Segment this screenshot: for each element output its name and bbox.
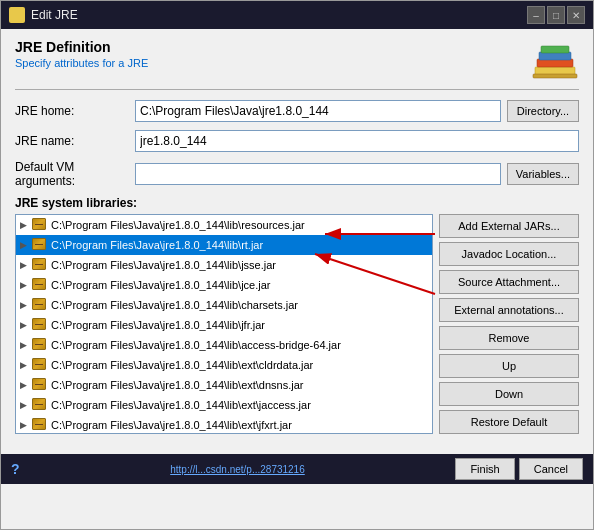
jre-home-row: JRE home: Directory...	[15, 100, 579, 122]
expand-icon: ▶	[20, 280, 32, 290]
expand-icon: ▶	[20, 380, 32, 390]
list-item[interactable]: ▶ C:\Program Files\Java\jre1.8.0_144\lib…	[16, 375, 432, 395]
variables-button[interactable]: Variables...	[507, 163, 579, 185]
lib-path: C:\Program Files\Java\jre1.8.0_144\lib\j…	[51, 259, 276, 271]
help-icon[interactable]: ?	[11, 461, 20, 477]
jre-name-row: JRE name:	[15, 130, 579, 152]
minimize-button[interactable]: –	[527, 6, 545, 24]
expand-icon: ▶	[20, 300, 32, 310]
directory-button[interactable]: Directory...	[507, 100, 579, 122]
jar-icon	[32, 418, 48, 432]
vm-args-input[interactable]	[135, 163, 501, 185]
cancel-button[interactable]: Cancel	[519, 458, 583, 480]
restore-default-button[interactable]: Restore Default	[439, 410, 579, 434]
lib-path: C:\Program Files\Java\jre1.8.0_144\lib\a…	[51, 339, 341, 351]
svg-rect-3	[541, 46, 569, 53]
add-external-jars--button[interactable]: Add External JARs...	[439, 214, 579, 238]
dialog-subtitle: Specify attributes for a JRE	[15, 57, 148, 69]
jre-name-label: JRE name:	[15, 134, 135, 148]
window-title: Edit JRE	[31, 8, 78, 22]
expand-icon: ▶	[20, 320, 32, 330]
libraries-section: ▶ C:\Program Files\Java\jre1.8.0_144\lib…	[15, 214, 579, 434]
javadoc-location--button[interactable]: Javadoc Location...	[439, 242, 579, 266]
list-item[interactable]: ▶ C:\Program Files\Java\jre1.8.0_144\lib…	[16, 315, 432, 335]
edit-jre-dialog: Edit JRE – □ ✕ JRE Definition Specify at…	[0, 0, 594, 530]
title-bar-left: Edit JRE	[9, 7, 78, 23]
jre-name-input[interactable]	[135, 130, 579, 152]
header-section: JRE Definition Specify attributes for a …	[15, 39, 579, 79]
header-divider	[15, 89, 579, 90]
lib-path: C:\Program Files\Java\jre1.8.0_144\lib\e…	[51, 399, 311, 411]
down-button[interactable]: Down	[439, 382, 579, 406]
list-item[interactable]: ▶ C:\Program Files\Java\jre1.8.0_144\lib…	[16, 335, 432, 355]
libraries-list[interactable]: ▶ C:\Program Files\Java\jre1.8.0_144\lib…	[15, 214, 433, 434]
expand-icon: ▶	[20, 400, 32, 410]
lib-path: C:\Program Files\Java\jre1.8.0_144\lib\j…	[51, 279, 270, 291]
lib-path: C:\Program Files\Java\jre1.8.0_144\lib\e…	[51, 359, 313, 371]
jar-icon	[32, 218, 48, 232]
expand-icon: ▶	[20, 360, 32, 370]
lib-path: C:\Program Files\Java\jre1.8.0_144\lib\j…	[51, 319, 265, 331]
dialog-content: JRE Definition Specify attributes for a …	[1, 29, 593, 444]
source-attachment--button[interactable]: Source Attachment...	[439, 270, 579, 294]
finish-button[interactable]: Finish	[455, 458, 514, 480]
jar-icon	[32, 238, 48, 252]
libraries-label: JRE system libraries:	[15, 196, 579, 210]
header-text: JRE Definition Specify attributes for a …	[15, 39, 148, 69]
remove-button[interactable]: Remove	[439, 326, 579, 350]
bottom-link[interactable]: http://l...csdn.net/p...28731216	[170, 464, 305, 475]
jar-icon	[32, 298, 48, 312]
list-item[interactable]: ▶ C:\Program Files\Java\jre1.8.0_144\lib…	[16, 215, 432, 235]
expand-icon: ▶	[20, 260, 32, 270]
list-item[interactable]: ▶ C:\Program Files\Java\jre1.8.0_144\lib…	[16, 295, 432, 315]
title-bar: Edit JRE – □ ✕	[1, 1, 593, 29]
list-item[interactable]: ▶ C:\Program Files\Java\jre1.8.0_144\lib…	[16, 255, 432, 275]
dialog-title: JRE Definition	[15, 39, 148, 55]
lib-path: C:\Program Files\Java\jre1.8.0_144\lib\r…	[51, 239, 263, 251]
side-buttons: Add External JARs...Javadoc Location...S…	[439, 214, 579, 434]
bottom-buttons: Finish Cancel	[455, 458, 583, 480]
list-item[interactable]: ▶ C:\Program Files\Java\jre1.8.0_144\lib…	[16, 415, 432, 434]
title-buttons: – □ ✕	[527, 6, 585, 24]
lib-path: C:\Program Files\Java\jre1.8.0_144\lib\e…	[51, 379, 304, 391]
external-annotations--button[interactable]: External annotations...	[439, 298, 579, 322]
list-item[interactable]: ▶ C:\Program Files\Java\jre1.8.0_144\lib…	[16, 235, 432, 255]
expand-icon: ▶	[20, 240, 32, 250]
jar-icon	[32, 338, 48, 352]
vm-args-row: Default VM arguments: Variables...	[15, 160, 579, 188]
maximize-button[interactable]: □	[547, 6, 565, 24]
bottom-bar: ? http://l...csdn.net/p...28731216 Finis…	[1, 454, 593, 484]
expand-icon: ▶	[20, 340, 32, 350]
up-button[interactable]: Up	[439, 354, 579, 378]
list-item[interactable]: ▶ C:\Program Files\Java\jre1.8.0_144\lib…	[16, 395, 432, 415]
expand-icon: ▶	[20, 220, 32, 230]
jar-icon	[32, 378, 48, 392]
bottom-left: ?	[11, 461, 20, 477]
jar-icon	[32, 358, 48, 372]
close-button[interactable]: ✕	[567, 6, 585, 24]
jar-icon	[32, 318, 48, 332]
lib-path: C:\Program Files\Java\jre1.8.0_144\lib\c…	[51, 299, 298, 311]
vm-args-label: Default VM arguments:	[15, 160, 135, 188]
header-icon	[531, 39, 579, 79]
jre-home-input[interactable]	[135, 100, 501, 122]
lib-path: C:\Program Files\Java\jre1.8.0_144\lib\e…	[51, 419, 292, 431]
jar-icon	[32, 398, 48, 412]
lib-path: C:\Program Files\Java\jre1.8.0_144\lib\r…	[51, 219, 305, 231]
list-item[interactable]: ▶ C:\Program Files\Java\jre1.8.0_144\lib…	[16, 355, 432, 375]
jre-home-label: JRE home:	[15, 104, 135, 118]
jar-icon	[32, 258, 48, 272]
list-item[interactable]: ▶ C:\Program Files\Java\jre1.8.0_144\lib…	[16, 275, 432, 295]
edit-icon	[9, 7, 25, 23]
jar-icon	[32, 278, 48, 292]
expand-icon: ▶	[20, 420, 32, 430]
svg-rect-4	[533, 74, 577, 78]
